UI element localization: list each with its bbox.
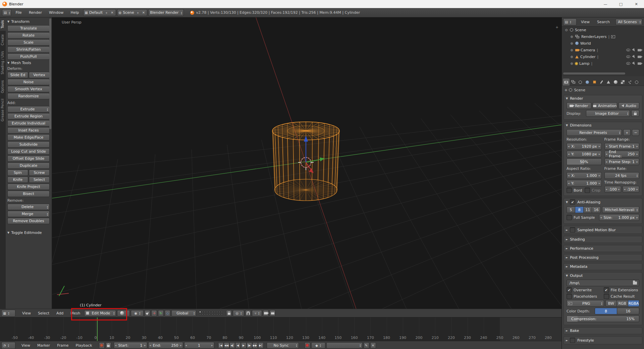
color-depth-8[interactable]: 8 — [595, 308, 617, 314]
color-depth-16[interactable]: 16 — [617, 308, 639, 314]
smooth-vertex-button[interactable]: Smooth Vertex — [7, 86, 50, 92]
menu-help[interactable]: Help — [67, 10, 82, 15]
duplicate-button[interactable]: Duplicate — [7, 162, 50, 169]
tab-scene[interactable] — [577, 79, 584, 86]
audio-button[interactable]: Audio — [619, 102, 639, 109]
menu-view-timeline[interactable]: View — [18, 343, 33, 348]
tab-shading-uvs[interactable]: Shading / UVs — [0, 49, 6, 77]
tab-modifiers[interactable] — [598, 79, 605, 86]
panel-header-post-processing[interactable]: ► Post Processing — [564, 254, 642, 261]
menu-search-outliner[interactable]: Search — [594, 20, 613, 24]
full-sample-checkbox[interactable] — [567, 215, 572, 220]
file-format-dropdown[interactable]: PNG ▴▾ — [567, 300, 604, 307]
layer-dot[interactable] — [202, 311, 203, 313]
merge-dropdown[interactable]: Merge ▴▾ — [7, 211, 50, 217]
panel-header-bake[interactable]: ► Bake — [564, 328, 642, 334]
render-engine-selector[interactable]: Blender Render ▴▾ — [148, 9, 183, 16]
editor-type-outliner-button[interactable]: ▤ ▴▾ — [563, 18, 577, 26]
translate-button[interactable]: Translate — [7, 25, 50, 32]
cache-result-checkbox[interactable] — [604, 294, 609, 299]
aa-size-field[interactable]: ◂ Size: 1.000 px ▸ — [599, 214, 640, 221]
viewport-shading-dropdown[interactable]: ▴▾ — [117, 310, 130, 316]
crop-checkbox[interactable] — [585, 188, 590, 193]
remove-preset-button[interactable]: − — [632, 129, 639, 136]
tab-object[interactable] — [591, 79, 598, 86]
menu-render[interactable]: Render — [26, 10, 45, 15]
row-label[interactable]: Scene — [575, 28, 586, 32]
current-frame-indicator[interactable] — [97, 317, 98, 341]
delete-dropdown[interactable]: Delete ▴▾ — [7, 204, 50, 210]
aspect-x-field[interactable]: ◂ X: 1.000 ▸ — [567, 172, 602, 179]
expand-icon[interactable]: ⊕ — [570, 48, 574, 52]
extrude-individual-button[interactable]: Extrude Individual — [7, 120, 50, 127]
layer-dot[interactable] — [204, 311, 206, 313]
rotate-button[interactable]: Rotate — [7, 32, 50, 39]
increment-arrow-icon[interactable]: ▸ — [599, 182, 600, 185]
layer-dot[interactable] — [212, 313, 213, 315]
remap-new-field[interactable]: ◂ :100 ▸ — [623, 186, 639, 193]
aa-sample-16[interactable]: 16 — [592, 206, 600, 213]
panel-header-anti-aliasing[interactable]: ▼ Anti-Aliasing — [564, 198, 642, 206]
edge-slide-button[interactable]: Slide Ed — [7, 72, 28, 78]
delete-scene-button[interactable]: ✕ — [142, 11, 146, 14]
editor-type-3dview-button[interactable]: ▦ ▴▾ — [1, 310, 15, 317]
layer-dot[interactable] — [206, 313, 208, 315]
row-label[interactable]: Lamp — [579, 61, 590, 66]
scale-button[interactable]: Scale — [7, 39, 50, 46]
jump-prev-keyframe-button[interactable]: ◀◀ — [224, 342, 229, 349]
menu-window[interactable]: Window — [46, 10, 66, 15]
tab-grease-pencil[interactable]: Grease Pencil — [0, 96, 6, 124]
lock-time-cursor-toggle[interactable] — [106, 342, 111, 349]
preview-range-toggle[interactable] — [99, 342, 105, 349]
collapse-icon[interactable]: ⊖ — [565, 28, 568, 32]
selectability-cursor-icon[interactable] — [632, 55, 636, 59]
panel-header-performance[interactable]: ► Performance — [564, 245, 642, 252]
layer-dot[interactable] — [221, 313, 223, 315]
menu-playback[interactable]: Playback — [72, 343, 95, 348]
scene-selector[interactable]: ◍ Scene ＋ ✕ — [117, 9, 148, 16]
aa-filter-dropdown[interactable]: Mitchell-Netravali ▴▾ — [602, 206, 640, 213]
layer-dot[interactable] — [219, 311, 220, 313]
menu-file[interactable]: File — [12, 10, 24, 15]
aa-sample-11[interactable]: 11 — [583, 206, 592, 213]
outliner-scrollbar[interactable] — [563, 72, 625, 74]
tab-create[interactable]: Create — [0, 32, 6, 48]
add-preset-button[interactable]: ＋ — [623, 129, 631, 136]
keying-set-dropdown[interactable]: ▴▾ — [326, 342, 363, 349]
outliner-row-camera[interactable]: ⊕ Camera | — [562, 47, 644, 53]
lock-to-scene-button[interactable] — [226, 310, 232, 316]
menu-frame[interactable]: Frame — [54, 343, 71, 348]
layer-dot[interactable] — [199, 313, 201, 315]
increment-arrow-icon[interactable]: ▸ — [636, 152, 638, 156]
outliner-row-world[interactable]: ⊕ World — [562, 40, 644, 47]
decrement-arrow-icon[interactable]: ◂ — [568, 152, 570, 156]
resolution-x-field[interactable]: ◂ X: 1920 px ▸ — [567, 143, 602, 150]
opengl-render-button[interactable] — [263, 310, 269, 316]
renderability-camera-icon[interactable] — [638, 49, 641, 51]
row-label[interactable]: RenderLayers — [581, 35, 607, 39]
increment-arrow-icon[interactable]: ▸ — [636, 160, 638, 163]
decrement-arrow-icon[interactable]: ◂ — [606, 145, 607, 148]
decrement-arrow-icon[interactable]: ◂ — [115, 344, 117, 347]
visibility-eye-icon[interactable] — [626, 62, 630, 65]
timeline-ruler[interactable]: -50-40-30-20-100102030405060708090100110… — [0, 317, 561, 341]
knife-select-button[interactable]: Select — [29, 177, 50, 183]
increment-arrow-icon[interactable]: ▸ — [211, 344, 213, 347]
frame-rate-dropdown[interactable]: 24 fps ▴▾ — [604, 172, 640, 179]
decrement-arrow-icon[interactable]: ◂ — [606, 188, 607, 191]
layer-dot[interactable] — [214, 313, 216, 315]
color-mode-bw[interactable]: BW — [605, 300, 617, 307]
layer-dot[interactable] — [221, 311, 223, 313]
renderability-camera-icon[interactable] — [638, 56, 641, 58]
region-expand-plus-icon[interactable]: ＋ — [555, 24, 559, 30]
end-frame-field[interactable]: ◂ End Frame: 250 ▸ — [604, 151, 640, 157]
layer-dot[interactable] — [202, 313, 203, 315]
menu-select[interactable]: Select — [35, 311, 52, 315]
rotate-manipulator-button[interactable]: ↻ — [158, 310, 164, 316]
make-edge-face-button[interactable]: Make Edge/Face — [7, 134, 50, 141]
render-button[interactable]: Render — [567, 102, 591, 109]
panel-header-freestyle[interactable]: ► Freestyle — [564, 337, 642, 344]
menu-view-outliner[interactable]: View — [578, 20, 593, 24]
editor-type-timeline-button[interactable]: ◔ ▴▾ — [1, 342, 15, 349]
color-mode-rgba[interactable]: RGBA — [628, 300, 640, 307]
